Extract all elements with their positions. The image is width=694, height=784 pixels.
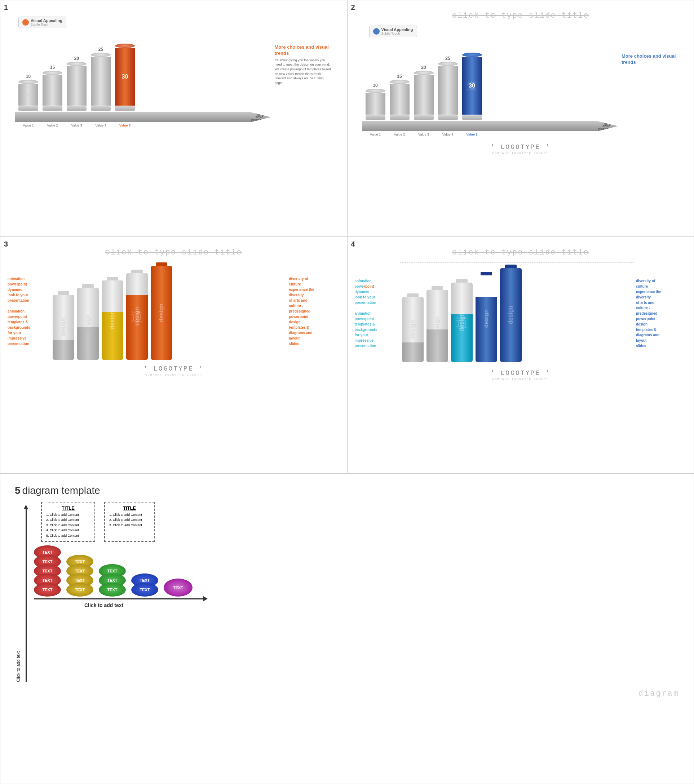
- s4-batt-1: design: [402, 293, 424, 362]
- slide2-tag-sublabel: Subtle Touch: [381, 32, 413, 35]
- slide1-tag-label: Visual Appealing: [31, 18, 63, 23]
- title-box2-title: TITLE: [109, 506, 150, 511]
- disc-red-5: TEXT: [34, 583, 61, 596]
- s2-vlabel-3: Value 3: [414, 133, 434, 136]
- batt-2: design: [77, 284, 99, 360]
- slide5-title: diagram template: [22, 485, 100, 496]
- slide2-more-choices: More choices and visual trends: [618, 43, 679, 67]
- title-box1-title: TITLE: [46, 506, 90, 511]
- title-box1-items: 1. Click to add Content 2. Click to add …: [46, 512, 90, 538]
- slide2-logotype: ' LOGOTYPE ' COMPANY LOGOTYPE INSERT: [355, 143, 687, 155]
- batt-1: design: [53, 291, 74, 360]
- slide4-logotype: ' LOGOTYPE ' COMPANY LOGOTYPE INSERT: [355, 369, 687, 380]
- vlabel-3: Value 3: [67, 124, 87, 127]
- effect-label-2: 3D: [598, 121, 611, 128]
- batt-4: design 道: [126, 270, 148, 360]
- slide5-stacks: TEXT TEXT TEXT TEXT TEXT TEXT TEXT TEXT …: [34, 545, 679, 596]
- slide2-bar5: 道 30: [462, 53, 482, 115]
- slide-4: 4 click to type slide title animation po…: [347, 237, 694, 474]
- slide1-chart: 10 道 15: [15, 33, 271, 127]
- s4-batt-2: design: [427, 286, 448, 362]
- slide-4-number: 4: [351, 240, 355, 249]
- slide2-bar2: 15: [390, 74, 410, 115]
- slide-5: 5 diagram template Click to add text TIT…: [0, 474, 694, 784]
- bar-col-2: 15: [43, 65, 63, 105]
- slide5-x-axis: [34, 598, 203, 600]
- slide2-title[interactable]: click to type slide title: [355, 11, 687, 20]
- slide1-tag: Visual Appealing Subtle Touch: [18, 16, 66, 28]
- disc-blue-2: TEXT: [131, 583, 158, 596]
- stack-yellow: TEXT TEXT TEXT TEXT: [66, 555, 93, 596]
- slide-2: 2 click to type slide title Visual Appea…: [347, 0, 694, 237]
- disc-yellow-4: TEXT: [66, 583, 93, 596]
- s2-vlabel-5: Value 5: [462, 133, 482, 136]
- stack-blue: TEXT TEXT: [131, 573, 158, 596]
- batt-3: design: [102, 277, 123, 360]
- slide5-title-box-2: TITLE 1. Click to add Content 2. Click t…: [104, 502, 155, 542]
- slide4-batteries: design design design 道: [400, 262, 635, 364]
- slide3-title[interactable]: click to type slide title: [8, 248, 340, 257]
- slide2-chart: 10 15 20: [362, 43, 618, 136]
- slide3-left-text: animation powerpoint dynamic look to you…: [8, 276, 51, 346]
- bar-col-5: 30: [115, 44, 135, 105]
- bar3-value: 20: [74, 56, 79, 61]
- bar5-value: 30: [122, 74, 129, 80]
- vlabel-4: Value 4: [91, 124, 111, 127]
- slide5-number: 5: [15, 485, 21, 496]
- s2-vlabel-2: Value 2: [390, 133, 410, 136]
- bar1-value: 10: [26, 74, 31, 79]
- slide5-title-box-1: TITLE 1. Click to add Content 2. Click t…: [41, 502, 95, 542]
- slide3-batteries: design design design: [53, 262, 287, 360]
- slide1-tag-icon: [22, 19, 29, 26]
- slide2-tag-label: Visual Appealing: [381, 27, 413, 32]
- slide4-left-text: animation powerpoint dynamic look to you…: [355, 278, 398, 349]
- s2-vlabel-4: Value 4: [438, 133, 458, 136]
- slide-3-number: 3: [4, 240, 8, 249]
- slide4-title[interactable]: click to type slide title: [355, 248, 687, 257]
- slide4-right-text: diversity of culture experience the dive…: [636, 278, 686, 349]
- disc-purple-1: TEXT: [164, 578, 193, 596]
- more-choices-title-2: More choices and visual trends: [621, 53, 679, 66]
- slide2-bar4: 25: [438, 56, 458, 115]
- more-choices-text-1: It's about giving you the variety you ne…: [275, 58, 332, 86]
- batt-5: design: [151, 262, 172, 360]
- s4-batt-4: design: [476, 272, 497, 362]
- bar4-value: 25: [99, 47, 103, 52]
- effect-sub-1: EFFECT: [251, 119, 264, 122]
- slide1-tag-sublabel: Subtle Touch: [31, 23, 63, 26]
- slide5-footer: diagram: [15, 689, 679, 698]
- slide2-bar1: 10: [366, 83, 386, 115]
- slide3-right-text: diversity of culture experience the dive…: [289, 276, 340, 346]
- title-box2-items: 1. Click to add Content 2. Click to add …: [109, 512, 150, 528]
- stack-purple: TEXT: [164, 578, 193, 596]
- slide2-tag: Visual Appealing Subtle Touch: [369, 26, 417, 37]
- slide2-tag-icon: [373, 28, 380, 35]
- slide-3: 3 click to type slide title animation po…: [0, 237, 347, 474]
- effect-sub-2: EFFECT: [598, 128, 611, 131]
- s2-vlabel-1: Value 1: [366, 133, 386, 136]
- slide1-more-choices: More choices and visual trends It's abou…: [271, 33, 332, 85]
- slide5-y-axis-label[interactable]: Click to add text: [15, 502, 22, 682]
- slide-1-number: 1: [4, 3, 8, 12]
- slide5-x-axis-label[interactable]: Click to add text: [84, 602, 679, 608]
- s4-batt-3: design 道: [451, 279, 473, 362]
- slide-2-number: 2: [351, 3, 355, 12]
- bar2-value: 15: [50, 65, 55, 70]
- slide-1: 1 Visual Appealing Subtle Touch 10 道: [0, 0, 347, 237]
- effect-label-1: 3D: [251, 112, 264, 119]
- vlabel-1: Value 1: [18, 124, 38, 127]
- bar-col-4: 25: [91, 47, 111, 105]
- bar-col-3: 20: [67, 56, 87, 105]
- more-choices-title-1: More choices and visual trends: [275, 44, 332, 57]
- stack-red: TEXT TEXT TEXT TEXT TEXT: [34, 545, 61, 596]
- slide3-logotype: ' LOGOTYPE ' COMPANY LOGOTYPE INSERT: [8, 365, 340, 376]
- vlabel-2: Value 2: [43, 124, 63, 127]
- s4-batt-5: design: [500, 265, 522, 362]
- stack-green: TEXT TEXT TEXT: [99, 564, 126, 596]
- slide2-bar3: 20: [414, 65, 434, 115]
- bar-col-1: 10 道: [18, 74, 38, 105]
- disc-green-3: TEXT: [99, 583, 126, 596]
- vlabel-5: Value 5: [115, 124, 135, 127]
